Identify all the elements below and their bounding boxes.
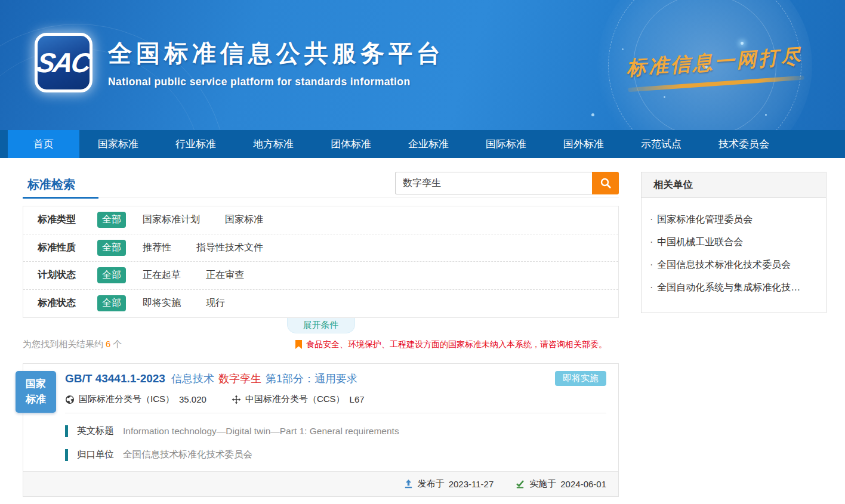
standard-title-part2[interactable]: 第1部分：通用要求 <box>266 372 357 386</box>
related-unit-label: 国家标准化管理委员会 <box>657 214 753 224</box>
bullet: · <box>650 282 653 292</box>
filter-option[interactable]: 国家标准 <box>225 214 263 226</box>
ccs-value: L67 <box>350 394 365 404</box>
implement-date: 2024-06-01 <box>560 479 606 489</box>
move-arrows-icon <box>232 395 241 404</box>
nav-item-industry-standards[interactable]: 行业标准 <box>157 130 235 158</box>
filter-row-standard-nature: 标准性质 全部 推荐性 指导性技术文件 <box>23 234 618 262</box>
english-title-label: 英文标题 <box>77 425 114 437</box>
brand-titles: 全国标准信息公共服务平台 National public service pla… <box>108 37 445 88</box>
related-unit-label: 中国机械工业联合会 <box>657 237 743 247</box>
filter-option[interactable]: 指导性技术文件 <box>196 242 263 254</box>
card-title-row: GB/T 43441.1-2023 信息技术 数字孪生 第1部分：通用要求 即将… <box>65 371 606 386</box>
department-label: 归口单位 <box>77 449 114 461</box>
sidebar: 相关单位 ·国家标准化管理委员会 ·中国机械工业联合会 ·全国信息技术标准化技术… <box>641 172 827 497</box>
bookmark-icon <box>295 340 302 349</box>
filter-label: 标准状态 <box>38 297 97 310</box>
standard-code-link[interactable]: GB/T 43441.1-2023 <box>65 372 165 385</box>
implement-check-icon <box>515 479 525 489</box>
type-tag-line2: 标准 <box>26 392 46 407</box>
nav-item-technical-committee[interactable]: 技术委员会 <box>700 130 788 158</box>
nav-item-enterprise-standards[interactable]: 企业标准 <box>390 130 467 158</box>
status-badge: 即将实施 <box>555 371 606 386</box>
filter-all-badge[interactable]: 全部 <box>97 212 126 228</box>
result-count-number: 6 <box>106 339 110 349</box>
section-head: 标准检索 <box>23 172 619 198</box>
main-column: 标准检索 标准类型 全部 国家标准计划 国家标准 <box>23 172 619 497</box>
related-units-panel: 相关单位 ·国家标准化管理委员会 ·中国机械工业联合会 ·全国信息技术标准化技术… <box>641 172 827 313</box>
nav-item-group-standards[interactable]: 团体标准 <box>312 130 390 158</box>
bullet: · <box>650 237 653 247</box>
related-unit-item[interactable]: ·中国机械工业联合会 <box>650 236 814 249</box>
sac-logo-text: SAC <box>35 47 93 79</box>
info-bar <box>65 425 68 437</box>
card-divider <box>65 413 606 413</box>
nav-item-international-standards[interactable]: 国际标准 <box>467 130 545 158</box>
bullet: · <box>650 214 653 224</box>
result-count-prefix: 为您找到相关结果约 <box>23 339 103 349</box>
nav-item-local-standards[interactable]: 地方标准 <box>235 130 312 158</box>
type-tag-line1: 国家 <box>26 376 46 392</box>
department-value: 全国信息技术标准化技术委员会 <box>123 449 252 461</box>
english-title-value: Information technology—Digital twin—Part… <box>123 426 399 437</box>
search-button[interactable] <box>592 172 619 194</box>
filter-option[interactable]: 推荐性 <box>143 242 171 254</box>
standard-title-part1[interactable]: 信息技术 <box>171 372 214 386</box>
filter-option[interactable]: 即将实施 <box>143 297 181 310</box>
filter-all-badge[interactable]: 全部 <box>97 295 126 311</box>
search-input[interactable] <box>395 172 592 194</box>
department-row: 归口单位 全国信息技术标准化技术委员会 <box>65 449 606 461</box>
related-unit-item[interactable]: ·国家标准化管理委员会 <box>650 214 814 226</box>
filter-all-badge[interactable]: 全部 <box>97 267 126 283</box>
main-nav: 首页 国家标准 行业标准 地方标准 团体标准 企业标准 国际标准 国外标准 示范… <box>0 130 845 158</box>
filter-option[interactable]: 国家标准计划 <box>143 214 200 226</box>
globe-icon <box>65 395 75 404</box>
filter-label: 标准类型 <box>38 214 97 226</box>
publish-icon <box>403 479 414 489</box>
result-card: 国家 标准 GB/T 43441.1-2023 信息技术 数字孪生 第1部分：通… <box>23 363 619 497</box>
site-subtitle: National public service platform for sta… <box>108 76 445 88</box>
ccs-group: 中国标准分类号（CCS） L67 <box>232 394 365 405</box>
related-unit-item[interactable]: ·全国自动化系统与集成标准化技… <box>650 282 814 294</box>
implement-date-group: 实施于 2024-06-01 <box>515 478 606 490</box>
magnifier-icon <box>600 177 612 189</box>
result-meta: 为您找到相关结果约6个 食品安全、环境保护、工程建设方面的国家标准未纳入本系统，… <box>23 339 619 350</box>
standard-title-highlight[interactable]: 数字孪生 <box>218 372 261 386</box>
ics-value: 35.020 <box>179 394 206 404</box>
site-header: SAC 全国标准信息公共服务平台 National public service… <box>0 0 845 130</box>
page-title: 标准检索 <box>23 172 75 193</box>
card-footer: 发布于 2023-11-27 实施于 2024-06-01 <box>23 471 618 496</box>
filter-option[interactable]: 现行 <box>206 297 225 310</box>
result-count: 为您找到相关结果约6个 <box>23 339 122 350</box>
bullet: · <box>650 259 653 270</box>
filter-row-standard-type: 标准类型 全部 国家标准计划 国家标准 <box>23 206 618 234</box>
filter-option[interactable]: 正在起草 <box>143 269 181 282</box>
info-bar <box>65 449 68 461</box>
sac-logo: SAC <box>35 33 92 92</box>
filter-option[interactable]: 正在审查 <box>206 269 244 282</box>
system-notice: 食品安全、环境保护、工程建设方面的国家标准未纳入本系统，请咨询相关部委。 <box>295 339 607 350</box>
classification-row: 国际标准分类号（ICS） 35.020 中国标准分类号（CCS） L67 <box>65 394 606 405</box>
expand-conditions-button[interactable]: 展开条件 <box>287 318 355 333</box>
nav-item-home[interactable]: 首页 <box>8 130 79 158</box>
notice-text: 食品安全、环境保护、工程建设方面的国家标准未纳入本系统，请咨询相关部委。 <box>306 339 607 350</box>
search-box <box>395 172 619 194</box>
nav-item-foreign-standards[interactable]: 国外标准 <box>545 130 622 158</box>
brand: SAC 全国标准信息公共服务平台 National public service… <box>35 33 445 92</box>
related-unit-label: 全国信息技术标准化技术委员会 <box>657 259 791 270</box>
standard-type-tag: 国家 标准 <box>16 371 56 413</box>
filter-label: 标准性质 <box>38 242 97 254</box>
nav-item-pilot[interactable]: 示范试点 <box>622 130 700 158</box>
related-unit-item[interactable]: ·全国信息技术标准化技术委员会 <box>650 259 814 271</box>
ics-label: 国际标准分类号（ICS） <box>79 394 174 405</box>
publish-date: 2023-11-27 <box>449 479 494 489</box>
filter-label: 计划状态 <box>38 269 97 282</box>
related-unit-label: 全国自动化系统与集成标准化技… <box>657 282 800 292</box>
card-main: GB/T 43441.1-2023 信息技术 数字孪生 第1部分：通用要求 即将… <box>23 364 618 461</box>
sparkle-dots <box>741 42 744 45</box>
related-units-list: ·国家标准化管理委员会 ·中国机械工业联合会 ·全国信息技术标准化技术委员会 ·… <box>642 198 826 313</box>
ccs-label: 中国标准分类号（CCS） <box>245 394 345 405</box>
nav-item-national-standards[interactable]: 国家标准 <box>79 130 157 158</box>
filter-all-badge[interactable]: 全部 <box>97 240 126 256</box>
result-count-suffix: 个 <box>113 339 122 349</box>
